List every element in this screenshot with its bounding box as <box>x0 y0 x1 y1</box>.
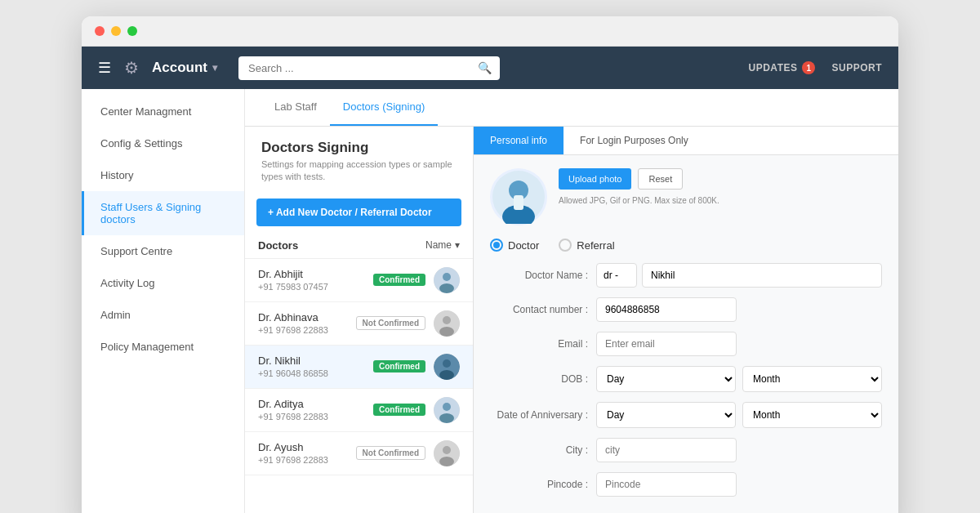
doctor-phone: +91 97698 22883 <box>258 325 348 335</box>
doctor-phone: +91 97698 22883 <box>258 455 348 465</box>
email-row: Email : <box>490 332 882 356</box>
sidebar-item-policy-management[interactable]: Policy Management <box>82 331 244 363</box>
dob-day-select[interactable]: Day <box>596 366 736 392</box>
anniversary-label: Date of Anniversary : <box>490 409 588 421</box>
status-badge: Confirmed <box>373 360 425 372</box>
doctor-info: Dr. Aditya +91 97698 22883 <box>258 398 365 422</box>
status-badge: Not Confirmed <box>356 446 425 460</box>
svg-point-8 <box>439 370 454 380</box>
doctor-name: Dr. Aditya <box>258 398 365 410</box>
nav-right: UPDATES 1 SUPPORT <box>749 61 882 74</box>
sidebar-item-center-management[interactable]: Center Managment <box>82 96 244 127</box>
svg-rect-18 <box>514 195 523 210</box>
contact-input[interactable] <box>596 297 737 322</box>
doctor-phone: +91 75983 07457 <box>258 282 365 292</box>
doctor-name: Dr. Nikhil <box>258 355 365 367</box>
status-badge: Confirmed <box>373 274 425 286</box>
avatar <box>434 440 460 466</box>
tab-login-purposes[interactable]: For Login Purposes Only <box>564 127 705 154</box>
status-badge: Not Confirmed <box>356 316 425 330</box>
doctor-name: Dr. Abhinava <box>258 311 348 323</box>
brand-label: Account <box>152 60 207 76</box>
tab-lab-staff[interactable]: Lab Staff <box>261 89 330 126</box>
list-item[interactable]: Dr. Aditya +91 97698 22883 Confirmed <box>245 389 473 432</box>
dot-yellow <box>111 26 121 36</box>
doctor-info: Dr. Nikhil +91 96048 86858 <box>258 355 365 378</box>
search-icon: 🔍 <box>478 61 492 74</box>
page-subtitle: Settings for mapping accession types or … <box>261 158 457 184</box>
radio-label-doctor: Doctor <box>508 239 539 252</box>
doctor-name: Dr. Ayush <box>258 441 348 453</box>
radio-label-referral: Referral <box>577 239 614 252</box>
sidebar: Center Managment Config & Settings Histo… <box>82 89 245 513</box>
avatar <box>434 397 460 423</box>
tab-personal-info[interactable]: Personal info <box>474 127 564 154</box>
tab-doctors-signing[interactable]: Doctors (Signing) <box>330 89 438 126</box>
svg-point-13 <box>443 446 451 454</box>
svg-point-10 <box>443 403 451 411</box>
panel-body: Upload photo Reset Allowed JPG, Gif or P… <box>474 155 898 513</box>
chevron-down-icon: ▾ <box>455 239 460 251</box>
dob-month-select[interactable]: Month <box>742 366 882 392</box>
radio-circle-doctor <box>490 239 503 252</box>
sort-select[interactable]: Name ▾ <box>425 239 460 251</box>
doctors-label: Doctors <box>258 239 298 252</box>
list-item[interactable]: Dr. Ayush +91 97698 22883 Not Confirmed <box>245 432 473 475</box>
contact-number-row: Contact number : <box>490 297 882 322</box>
hamburger-icon[interactable]: ☰ <box>98 59 111 77</box>
avatar <box>434 267 460 293</box>
list-item[interactable]: Dr. Nikhil +91 96048 86858 Confirmed <box>245 346 473 389</box>
support-button[interactable]: SUPPORT <box>831 62 882 74</box>
tabs-bar: Lab Staff Doctors (Signing) <box>245 89 898 127</box>
doctor-name-label: Doctor Name : <box>490 270 588 281</box>
sidebar-item-support-centre[interactable]: Support Centre <box>82 235 244 267</box>
radio-referral[interactable]: Referral <box>559 239 614 252</box>
add-doctor-button[interactable]: + Add New Doctor / Referral Doctor <box>256 199 461 226</box>
name-input[interactable] <box>642 263 882 288</box>
anniversary-month-select[interactable]: Month <box>742 402 882 428</box>
browser-chrome <box>82 16 898 47</box>
sidebar-item-config-settings[interactable]: Config & Settings <box>82 127 244 159</box>
sidebar-item-activity-log[interactable]: Activity Log <box>82 267 244 299</box>
dob-row: DOB : Day Month <box>490 366 882 392</box>
updates-badge: 1 <box>802 61 815 74</box>
radio-doctor[interactable]: Doctor <box>490 239 539 252</box>
name-prefix-input[interactable] <box>596 263 637 288</box>
list-item[interactable]: Dr. Abhijit +91 75983 07457 Confirmed <box>245 259 473 302</box>
svg-point-5 <box>439 327 454 337</box>
doctor-photo <box>490 168 547 225</box>
dot-green <box>127 26 137 36</box>
email-field <box>596 332 882 356</box>
city-row: City : <box>490 438 882 462</box>
doctor-info: Dr. Abhijit +91 75983 07457 <box>258 268 365 292</box>
city-input[interactable] <box>596 438 737 462</box>
updates-button[interactable]: UPDATES 1 <box>749 61 816 74</box>
upload-photo-button[interactable]: Upload photo <box>559 168 631 190</box>
radio-circle-referral <box>559 239 572 252</box>
sidebar-item-admin[interactable]: Admin <box>82 299 244 331</box>
avatar <box>434 354 460 380</box>
nav-brand: Account ▾ <box>152 60 217 76</box>
sidebar-item-staff-users[interactable]: Staff Users & Signing doctors <box>82 191 244 235</box>
page-header: Doctors Signing Settings for mapping acc… <box>245 127 473 192</box>
city-field <box>596 438 882 462</box>
top-nav: ☰ ⚙ Account ▾ 🔍 UPDATES 1 SUPPORT <box>82 47 898 89</box>
anniversary-day-select[interactable]: Day <box>596 402 736 428</box>
page-title: Doctors Signing <box>261 140 457 156</box>
search-input[interactable] <box>238 56 500 80</box>
city-label: City : <box>490 444 588 456</box>
photo-buttons: Upload photo Reset <box>559 168 719 190</box>
doctor-phone: +91 97698 22883 <box>258 412 365 422</box>
status-badge: Confirmed <box>373 404 425 416</box>
sidebar-item-history[interactable]: History <box>82 159 244 191</box>
pincode-input[interactable] <box>596 472 737 497</box>
list-item[interactable]: Dr. Abhinava +91 97698 22883 Not Confirm… <box>245 302 473 346</box>
email-input[interactable] <box>596 332 737 356</box>
reset-photo-button[interactable]: Reset <box>638 168 683 190</box>
svg-point-11 <box>439 413 454 423</box>
doctor-name-row: Doctor Name : <box>490 263 882 288</box>
svg-point-2 <box>439 283 454 293</box>
anniversary-field: Day Month <box>596 402 882 428</box>
photo-hint: Allowed JPG, Gif or PNG. Max size of 800… <box>559 196 719 205</box>
doctor-info: Dr. Abhinava +91 97698 22883 <box>258 311 348 335</box>
